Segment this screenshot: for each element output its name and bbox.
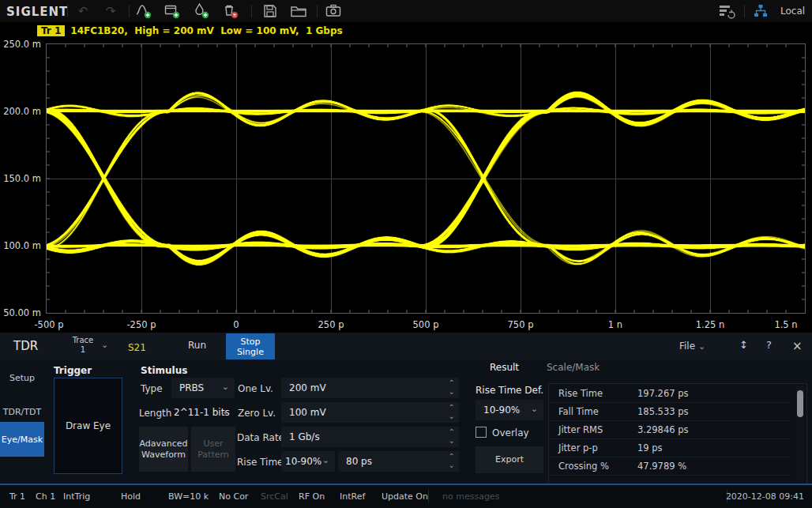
tab-eye-mask[interactable]: Eye/Mask <box>0 422 44 457</box>
add-trace-icon[interactable] <box>134 2 153 20</box>
chevron-down-icon[interactable]: ⌄ <box>322 455 329 465</box>
close-icon[interactable]: × <box>792 339 803 353</box>
stimulus-header: Stimulus <box>141 365 187 376</box>
divider <box>428 490 429 502</box>
undo-icon[interactable]: ↶ <box>73 2 92 20</box>
advanced-waveform-button[interactable]: Adavanced Waveform <box>139 427 188 472</box>
type-label: Type <box>141 383 163 394</box>
app-window: SIGLENT ↶ ↷ Local Tr 1 14FC1 <box>0 0 812 508</box>
scrollbar[interactable] <box>796 386 804 480</box>
status-trace: Tr 1 <box>9 491 25 502</box>
trace-badge[interactable]: Tr 1 <box>37 25 65 36</box>
x-axis-tick: 1.25 n <box>686 319 734 330</box>
tab-scale-mask[interactable]: Scale/Mask <box>547 362 600 373</box>
y-axis-tick: 150.0 m <box>2 173 41 184</box>
file-menu[interactable]: File ⌄ <box>679 341 705 352</box>
data-rate-field[interactable]: 1 Gb/s ⌃⌄ <box>281 427 459 447</box>
spinner-arrows[interactable]: ⌃⌄ <box>449 452 455 469</box>
chevron-down-icon[interactable]: ⌄ <box>222 406 229 416</box>
eye-diagram-canvas <box>47 44 805 313</box>
rise-time-label: Rise Time <box>237 457 284 468</box>
rise-time-def-dropdown[interactable]: 10-90% ⌄ <box>281 451 335 472</box>
checkbox-icon[interactable] <box>476 427 487 438</box>
divider <box>317 5 318 17</box>
x-axis-tick: 1.5 n <box>762 319 810 330</box>
zero-level-label: Zero Lv. <box>238 408 276 419</box>
eye-diagram-plot <box>46 43 806 314</box>
export-button[interactable]: Export <box>476 446 543 473</box>
draw-eye-button[interactable]: Draw Eye <box>54 378 122 474</box>
result-rise-def-dropdown[interactable]: 10-90% ⌄ <box>476 400 543 420</box>
delete-trace-icon[interactable] <box>221 2 240 20</box>
x-axis-tick: 0 <box>212 319 260 330</box>
stop-single-button[interactable]: Stop Single <box>226 333 275 359</box>
help-icon[interactable]: ? <box>766 339 772 351</box>
resize-icon[interactable]: ↕ <box>739 339 748 351</box>
chevron-down-icon[interactable]: ⌄ <box>531 404 538 414</box>
add-marker-icon[interactable] <box>192 2 211 20</box>
trace-selector[interactable]: Trace 1 <box>67 336 99 355</box>
top-toolbar: SIGLENT ↶ ↷ Local <box>0 0 812 23</box>
network-icon[interactable] <box>751 2 770 20</box>
rise-time-def-label: Rise Time Def. <box>476 385 543 396</box>
screenshot-icon[interactable] <box>324 2 343 20</box>
type-dropdown[interactable]: PRBS ⌄ <box>171 378 235 398</box>
add-window-icon[interactable] <box>163 2 182 20</box>
one-level-label: One Lv. <box>238 383 273 394</box>
table-row: Rise Time197.267 ps <box>549 384 790 403</box>
results-table: Rise Time197.267 ps Fall Time185.533 ps … <box>548 383 807 484</box>
divider <box>67 5 68 17</box>
length-label: Length <box>139 408 171 419</box>
status-bandwidth: BW=10 k <box>168 491 209 502</box>
status-channel: Ch 1 <box>36 491 55 502</box>
trace-info: 14FC1B20, High = 200 mV Low = 100 mV, 1 … <box>70 25 342 36</box>
spinner-arrows[interactable]: ⌃⌄ <box>449 403 455 420</box>
status-srccal: SrcCal <box>261 491 288 502</box>
tdr-title-bar: TDR Trace 1 ⌄ S21 Run Stop Single File ⌄… <box>0 333 812 360</box>
panel-title: TDR <box>13 339 38 353</box>
redo-icon[interactable]: ↷ <box>101 2 120 20</box>
graph-region: Tr 1 14FC1B20, High = 200 mV Low = 100 m… <box>0 22 812 333</box>
status-bar: Tr 1 Ch 1 IntTrig Hold BW=10 k No Cor Sr… <box>0 485 812 508</box>
tab-setup[interactable]: Setup <box>0 362 44 393</box>
x-axis-tick: -250 p <box>118 319 165 330</box>
user-pattern-button[interactable]: User Pattern <box>191 427 235 472</box>
divider <box>129 5 130 17</box>
open-file-icon[interactable] <box>289 2 308 20</box>
tdr-panel: TDR Trace 1 ⌄ S21 Run Stop Single File ⌄… <box>0 333 812 484</box>
connection-status-label[interactable]: Local <box>780 6 805 17</box>
scrollbar-thumb[interactable] <box>797 390 803 417</box>
x-axis-tick: -500 p <box>25 319 73 330</box>
layout-refresh-icon[interactable] <box>717 2 736 20</box>
table-row: Jitter p-p19 ps <box>549 438 790 457</box>
status-ref: IntRef <box>340 491 365 502</box>
table-row: Crossing %47.9789 % <box>549 457 790 476</box>
spinner-arrows[interactable]: ⌃⌄ <box>449 427 455 445</box>
divider <box>251 5 252 17</box>
status-correction: No Cor <box>219 491 248 502</box>
spinner-arrows[interactable]: ⌃⌄ <box>449 378 455 396</box>
tab-result[interactable]: Result <box>490 362 519 373</box>
run-button[interactable]: Run <box>188 340 206 351</box>
rise-time-field[interactable]: 80 ps ⌃⌄ <box>338 451 459 472</box>
trigger-header: Trigger <box>54 365 92 376</box>
x-axis-tick: 500 p <box>402 319 449 330</box>
one-level-field[interactable]: 200 mV ⌃⌄ <box>281 378 459 398</box>
status-message: no messages <box>442 491 499 502</box>
table-row: Jitter RMS3.29846 ps <box>549 420 790 439</box>
y-axis-tick: 250.0 m <box>2 39 41 50</box>
chevron-down-icon[interactable]: ⌄ <box>222 382 229 392</box>
data-rate-label: Data Rate <box>237 432 284 443</box>
y-axis-tick: 200.0 m <box>2 106 41 117</box>
save-file-icon[interactable] <box>261 2 280 20</box>
y-axis-tick: 100.0 m <box>2 240 41 251</box>
length-dropdown[interactable]: 2^11-1 bits ⌄ <box>171 402 235 423</box>
x-axis-tick: 250 p <box>307 319 355 330</box>
chevron-down-icon[interactable]: ⌄ <box>101 340 108 350</box>
sparam-label[interactable]: S21 <box>128 342 146 353</box>
status-hold: Hold <box>121 491 141 502</box>
y-axis-tick: 50.00 m <box>2 307 41 318</box>
zero-level-field[interactable]: 100 mV ⌃⌄ <box>281 402 459 423</box>
overlay-checkbox[interactable]: Overlay <box>476 427 529 438</box>
x-axis-tick: 1 n <box>592 319 639 330</box>
